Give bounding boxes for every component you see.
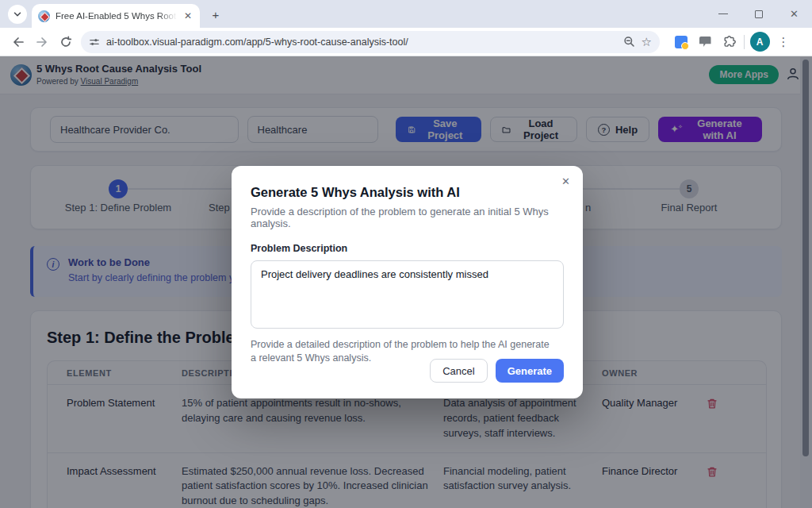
forward-icon xyxy=(36,36,48,48)
bookmark-star-icon[interactable]: ☆ xyxy=(642,35,652,49)
browser-window: Free AI-Enabled 5 Whys Root C ✕ + ✕ ai-t… xyxy=(0,0,812,508)
modal-close-icon[interactable]: ✕ xyxy=(561,175,570,187)
navbar-divider xyxy=(744,35,745,49)
site-settings-icon[interactable] xyxy=(89,37,100,48)
blue-extension-icon xyxy=(675,36,688,48)
reload-button[interactable] xyxy=(54,31,78,53)
modal-title: Generate 5 Whys Analysis with AI xyxy=(251,185,564,200)
modal-subtitle: Provide a description of the problem to … xyxy=(251,206,564,229)
reload-icon xyxy=(59,36,72,48)
url-bar[interactable]: ai-toolbox.visual-paradigm.com/app/5-why… xyxy=(81,31,660,53)
flag-button[interactable] xyxy=(693,31,717,53)
browser-tab[interactable]: Free AI-Enabled 5 Whys Root C ✕ xyxy=(32,4,200,28)
problem-description-textarea[interactable]: Project delivery deadlines are consisten… xyxy=(251,260,564,329)
tab-title: Free AI-Enabled 5 Whys Root C xyxy=(56,11,177,21)
zoom-out-icon[interactable] xyxy=(623,36,635,48)
pinned-extension-button[interactable] xyxy=(669,31,693,53)
window-minimize-button[interactable] xyxy=(705,0,741,28)
tab-strip: Free AI-Enabled 5 Whys Root C ✕ + ✕ xyxy=(0,0,812,28)
generate-ai-modal: ✕ Generate 5 Whys Analysis with AI Provi… xyxy=(232,166,583,398)
window-controls: ✕ xyxy=(705,0,812,28)
generate-button[interactable]: Generate xyxy=(496,359,564,383)
tab-close-icon[interactable]: ✕ xyxy=(182,10,193,21)
modal-actions: Cancel Generate xyxy=(430,359,564,383)
flag-icon xyxy=(699,37,711,47)
window-maximize-button[interactable] xyxy=(741,0,776,28)
new-tab-button[interactable]: + xyxy=(208,6,224,22)
extensions-button[interactable] xyxy=(717,31,741,53)
back-button[interactable] xyxy=(6,31,30,53)
minimize-icon xyxy=(718,13,728,14)
browser-menu-button[interactable]: ⋮ xyxy=(772,31,795,53)
problem-description-label: Problem Description xyxy=(251,243,564,254)
forward-button[interactable] xyxy=(30,31,54,53)
cancel-button[interactable]: Cancel xyxy=(430,359,487,383)
site-favicon-icon xyxy=(38,10,50,22)
maximize-icon xyxy=(755,10,763,18)
url-text[interactable]: ai-toolbox.visual-paradigm.com/app/5-why… xyxy=(106,37,617,48)
back-icon xyxy=(12,36,25,48)
tab-search-button[interactable] xyxy=(8,5,27,24)
window-close-button[interactable]: ✕ xyxy=(776,0,812,28)
avatar: A xyxy=(750,32,770,52)
chevron-down-icon xyxy=(12,9,23,20)
app-page: 5 Whys Root Cause Analysis Tool Powered … xyxy=(0,56,812,508)
profile-button[interactable]: A xyxy=(748,31,772,53)
browser-navbar: ai-toolbox.visual-paradigm.com/app/5-why… xyxy=(0,28,812,56)
puzzle-icon xyxy=(722,35,736,48)
